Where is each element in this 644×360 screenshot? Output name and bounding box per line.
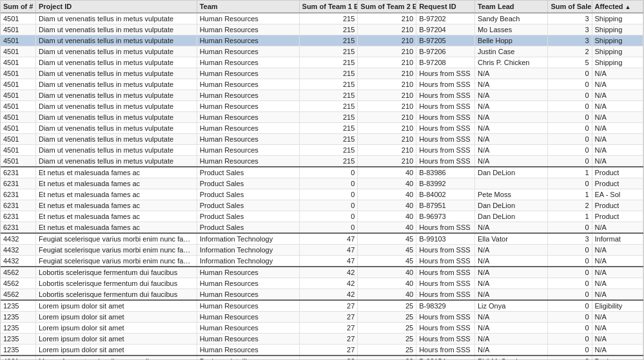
table-cell: Human Resources [197,68,299,79]
table-cell: 0 [548,334,592,345]
table-cell: B-97202 [416,13,475,24]
col-header-t1est[interactable]: Sum of Team 1 Estimate [299,1,358,13]
table-row: 4432Feugiat scelerisque varius morbi eni… [1,233,643,245]
table-cell: 4501 [1,112,35,123]
table-row: 1235Lorem ipsum dolor sit ametHuman Reso… [1,323,643,334]
table-cell: 215 [299,112,358,123]
col-header-sales[interactable]: Sum of Sales Points [548,1,592,13]
table-cell: 4432 [1,256,35,267]
table-cell: Lorem ipsum dolor sit amet [35,345,197,356]
table-row: 4501Diam ut venenatis tellus in metus vu… [1,79,643,90]
table-cell: 210 [358,134,416,145]
table-row: 4562Lobortis scelerisque fermentum dui f… [1,289,643,301]
table-cell: Lobortis scelerisque fermentum dui fauci… [35,278,197,289]
table-cell: 0 [548,101,592,112]
table-cell: 215 [299,101,358,112]
table-cell: 2 [548,355,592,360]
table-cell: Human Resources [197,267,299,278]
table-cell: 1235 [1,323,35,334]
table-cell: 4501 [1,90,35,101]
col-header-affected[interactable]: Affected ▲ [592,1,643,13]
table-cell: 210 [358,13,416,24]
table-cell: Ella Vator [474,233,547,245]
table-cell: 3 [548,233,592,245]
table-row: 4961Magna fermentum iaculis eu non diamB… [1,355,643,360]
table-cell: Human Resources [197,312,299,323]
table-cell: Human Resources [197,13,299,24]
table-cell: 215 [299,145,358,156]
table-cell: Dan DeLion [474,200,547,211]
table-cell: B-83986 [416,167,475,178]
table-cell: N/A [474,256,547,267]
col-header-request[interactable]: Request ID [416,1,475,13]
col-header-t2est[interactable]: Sum of Team 2 Estimate [358,1,416,13]
table-cell: Shipping [592,24,643,35]
table-row: 1235Lorem ipsum dolor sit ametHuman Reso… [1,345,643,356]
table-cell: 1235 [1,334,35,345]
table-cell: Information Technology [197,233,299,245]
table-cell: 0 [548,68,592,79]
table-cell: 25 [358,312,416,323]
table-cell: 3 [548,24,592,35]
table-cell: B-97208 [416,57,475,68]
table-cell: Hours from SSS [416,222,475,234]
table-cell: 47 [299,233,358,245]
table-cell: Information Technology [197,256,299,267]
table-cell: 6231 [1,189,35,200]
table-cell: Informat [592,233,643,245]
table-cell: Human Resources [197,345,299,356]
table-cell: 1235 [1,300,35,312]
table-cell: 0 [548,112,592,123]
table-cell: N/A [474,90,547,101]
table-cell: Dan DeLion [474,167,547,178]
table-cell: Human Resources [197,101,299,112]
table-cell: Human Resources [197,145,299,156]
table-cell: 210 [358,46,416,57]
table-cell: 27 [299,334,358,345]
col-header-sum[interactable]: Sum of # [1,1,35,13]
table-row: 4501Diam ut venenatis tellus in metus vu… [1,46,643,57]
table-cell: N/A [592,323,643,334]
table-cell: N/A [474,245,547,256]
table-cell: 27 [299,312,358,323]
table-cell: 0 [548,345,592,356]
table-cell: N/A [592,312,643,323]
table-cell: N/A [592,90,643,101]
table-cell: B-97205 [416,35,475,46]
table-cell: Human Resources [197,112,299,123]
table-row: 4432Feugiat scelerisque varius morbi eni… [1,256,643,267]
table-cell: 47 [299,256,358,267]
table-cell: Hours from SSS [416,345,475,356]
table-row: 4501Diam ut venenatis tellus in metus vu… [1,123,643,134]
col-header-project[interactable]: Project ID [35,1,197,13]
table-cell: B-96973 [416,211,475,222]
table-cell: 210 [358,156,416,167]
table-cell: 0 [299,222,358,234]
table-cell: Diam ut venenatis tellus in metus vulput… [35,145,197,156]
table-row: 4501Diam ut venenatis tellus in metus vu… [1,68,643,79]
table-cell: 0 [548,278,592,289]
col-header-lead[interactable]: Team Lead [474,1,547,13]
table-row: 4432Feugiat scelerisque varius morbi eni… [1,245,643,256]
table-row: 6231Et netus et malesuada fames acProduc… [1,178,643,189]
table-cell: 1235 [1,312,35,323]
table-cell: Eligibility [592,300,643,312]
table-cell: 0 [548,90,592,101]
table-cell: 215 [299,156,358,167]
header-row: Sum of # Project ID Team Sum of Team 1 E… [1,1,643,13]
table-cell: 40 [358,200,416,211]
table-cell: 40 [358,278,416,289]
table-cell: 3 [548,35,592,46]
table-cell: N/A [592,256,643,267]
table-cell: 45 [358,245,416,256]
table-cell: 2 [548,46,592,57]
table-cell: Lobortis scelerisque fermentum dui fauci… [35,289,197,301]
data-table: Sum of # Project ID Team Sum of Team 1 E… [1,1,643,360]
table-cell: N/A [592,334,643,345]
table-cell: Lobortis scelerisque fermentum dui fauci… [35,267,197,278]
table-cell: N/A [474,156,547,167]
table-cell: 210 [358,123,416,134]
col-header-team[interactable]: Team [197,1,299,13]
table-cell: 4432 [1,245,35,256]
table-cell: 0 [548,178,592,189]
